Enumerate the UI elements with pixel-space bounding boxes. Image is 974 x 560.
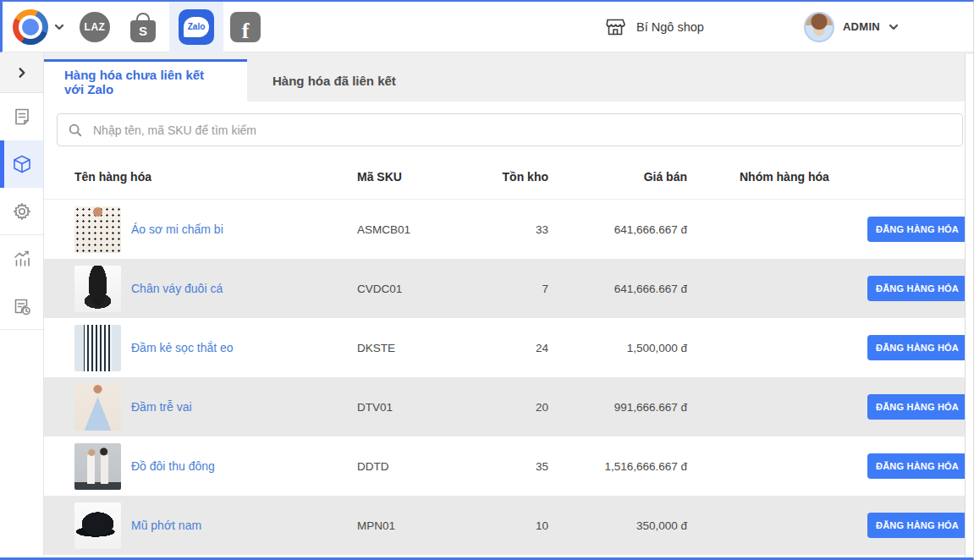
chart-icon: [12, 249, 32, 269]
post-product-button[interactable]: ĐĂNG HÀNG HÓA: [867, 513, 967, 538]
topbar: LAZ S Zalo f Bí Ngô shop ADMIN: [0, 2, 973, 52]
document-icon: [12, 107, 32, 127]
product-sku: DTV01: [357, 401, 467, 414]
gear-icon: [12, 201, 32, 222]
search-input[interactable]: [93, 124, 952, 137]
app-logo-icon: [13, 9, 48, 45]
product-stock: 10: [467, 519, 548, 532]
channel-lazada-button[interactable]: LAZ: [80, 12, 129, 42]
shop-name: Bí Ngô shop: [636, 20, 704, 34]
shop-selector[interactable]: Bí Ngô shop: [604, 17, 704, 37]
product-sku: MPN01: [357, 519, 467, 532]
sidebar-item-settings[interactable]: [0, 188, 43, 235]
product-name-link[interactable]: Đầm trễ vai: [131, 400, 357, 414]
post-product-button[interactable]: ĐĂNG HÀNG HÓA: [867, 217, 967, 242]
table-row: Đồ đôi thu đông DDTD 35 1,516,666.667 đ …: [44, 436, 973, 496]
chevron-right-icon: [16, 67, 28, 79]
sidebar-item-news[interactable]: [0, 93, 43, 140]
column-header-group: Nhóm hàng hóa: [687, 170, 865, 184]
table-row: Đầm kẻ sọc thắt eo DKSTE 24 1,500,000 đ …: [44, 318, 973, 377]
product-stock: 20: [467, 401, 548, 414]
product-price: 641,666.667 đ: [548, 283, 687, 295]
product-name-link[interactable]: Mũ phớt nam: [131, 519, 357, 532]
tab-content: Tên hàng hóa Mã SKU Tồn kho Giá bán Nhóm…: [44, 102, 973, 557]
product-name-link[interactable]: Đồ đôi thu đông: [131, 459, 357, 473]
post-product-button[interactable]: ĐĂNG HÀNG HÓA: [867, 394, 967, 420]
product-thumbnail[interactable]: [74, 325, 121, 371]
table-row: Áo sơ mi chấm bi ASMCB01 33 641,666.667 …: [44, 200, 973, 259]
user-name: ADMIN: [843, 20, 880, 33]
app-logo-menu[interactable]: [13, 9, 64, 45]
package-icon: [12, 154, 32, 174]
user-avatar: [804, 12, 834, 42]
product-sku: ASMCB01: [357, 223, 467, 236]
product-thumbnail[interactable]: [74, 266, 121, 312]
channel-zalo-button-selected[interactable]: Zalo: [169, 2, 223, 52]
column-header-name: Tên hàng hóa: [74, 170, 357, 184]
product-price: 1,516,666.667 đ: [548, 460, 687, 473]
facebook-icon: f: [230, 12, 261, 42]
product-sku: DKSTE: [357, 342, 467, 354]
tab-bar: Hàng hóa chưa liên kết với Zalo Hàng hóa…: [44, 52, 973, 102]
post-product-button[interactable]: ĐĂNG HÀNG HÓA: [867, 453, 967, 479]
table-row: Đầm trễ vai DTV01 20 991,666.667 đ ĐĂNG …: [44, 377, 973, 436]
product-price: 1,500,000 đ: [548, 342, 687, 354]
tab-linked[interactable]: Hàng hóa đã liên kết: [247, 59, 421, 102]
product-name-link[interactable]: Đầm kẻ sọc thắt eo: [131, 341, 357, 354]
product-price: 350,000 đ: [548, 519, 687, 532]
lazada-icon: LAZ: [80, 12, 110, 42]
product-thumbnail[interactable]: [74, 443, 121, 490]
post-product-button[interactable]: ĐĂNG HÀNG HÓA: [867, 276, 967, 301]
product-stock: 33: [467, 223, 548, 236]
product-stock: 35: [467, 460, 548, 473]
product-sku: CVDC01: [357, 283, 467, 295]
main-panel: Hàng hóa chưa liên kết với Zalo Hàng hóa…: [44, 52, 973, 557]
storefront-icon: [604, 17, 626, 37]
table-row: Chân váy đuôi cá CVDC01 7 641,666.667 đ …: [44, 259, 973, 318]
product-name-link[interactable]: Áo sơ mi chấm bi: [131, 222, 357, 236]
product-thumbnail[interactable]: [74, 384, 121, 431]
post-product-button[interactable]: ĐĂNG HÀNG HÓA: [867, 335, 967, 360]
product-thumbnail[interactable]: [74, 206, 121, 253]
search-bar: [57, 113, 963, 146]
report-clock-icon: [12, 296, 32, 316]
sidebar: [0, 52, 44, 557]
search-icon: [68, 123, 83, 138]
chevron-down-icon: [889, 22, 899, 32]
app-shell: Hàng hóa chưa liên kết với Zalo Hàng hóa…: [0, 52, 973, 557]
user-menu[interactable]: ADMIN: [804, 12, 899, 42]
tab-not-linked-zalo[interactable]: Hàng hóa chưa liên kết với Zalo: [44, 59, 247, 102]
product-thumbnail[interactable]: [74, 502, 121, 549]
table-header: Tên hàng hóa Mã SKU Tồn kho Giá bán Nhóm…: [44, 155, 973, 200]
scrollbar-gutter[interactable]: [965, 54, 973, 557]
sidebar-item-products[interactable]: [0, 140, 43, 188]
shopee-icon: S: [129, 12, 157, 42]
product-stock: 24: [467, 342, 548, 354]
column-header-stock: Tồn kho: [467, 170, 548, 184]
table-row: Mũ phớt nam MPN01 10 350,000 đ ĐĂNG HÀNG…: [44, 496, 973, 555]
channel-facebook-button[interactable]: f: [230, 12, 261, 42]
channel-shopee-button[interactable]: S: [129, 12, 169, 42]
column-header-price: Giá bán: [548, 170, 687, 184]
product-sku: DDTD: [357, 460, 467, 473]
sidebar-item-analytics[interactable]: [0, 235, 43, 283]
product-price: 991,666.667 đ: [548, 401, 687, 414]
column-header-sku: Mã SKU: [357, 170, 467, 184]
product-stock: 7: [467, 283, 548, 295]
product-price: 641,666.667 đ: [548, 223, 687, 236]
product-name-link[interactable]: Chân váy đuôi cá: [131, 282, 357, 295]
zalo-icon: Zalo: [179, 9, 214, 45]
chevron-down-icon: [54, 22, 64, 32]
sidebar-expand-button[interactable]: [0, 52, 43, 93]
sidebar-item-reports[interactable]: [0, 283, 43, 330]
